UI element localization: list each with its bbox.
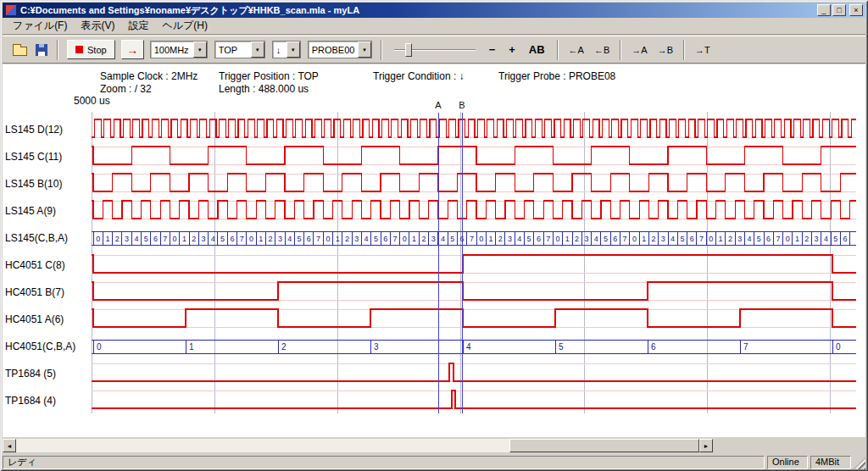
status-memory: 4MBit bbox=[810, 456, 851, 469]
chevron-down-icon[interactable]: ▼ bbox=[358, 42, 370, 58]
stop-label: Stop bbox=[87, 45, 107, 55]
waveform-panel: Sample Clock : 2MHz Trigger Position : T… bbox=[3, 64, 865, 437]
zoom-out-button[interactable]: − bbox=[484, 41, 501, 58]
trigger-probe-value: PROBE00 bbox=[309, 45, 359, 55]
time-scale-label: 5000 us bbox=[74, 95, 110, 107]
length-info: Length : 488.000 us bbox=[219, 83, 309, 95]
run-button[interactable]: → bbox=[121, 40, 144, 59]
toolbar-separator bbox=[620, 40, 621, 60]
scroll-right-arrow-icon[interactable]: ► bbox=[699, 439, 713, 452]
toolbar: Stop → 100MHz ▼ TOP ▼ ↓ ▼ PROBE00 ▼ − + … bbox=[3, 36, 865, 64]
status-online: Online bbox=[767, 456, 808, 469]
zoom-in-button[interactable]: + bbox=[504, 41, 520, 58]
app-icon bbox=[5, 4, 17, 16]
trigger-position-select[interactable]: TOP ▼ bbox=[214, 41, 265, 58]
chevron-down-icon[interactable]: ▼ bbox=[287, 42, 300, 58]
menu-view[interactable]: 表示(V) bbox=[74, 17, 121, 35]
zoom-info: Zoom : / 32 bbox=[100, 83, 152, 95]
sample-clock-select[interactable]: 100MHz ▼ bbox=[150, 41, 208, 58]
stop-icon bbox=[75, 46, 83, 53]
chevron-down-icon[interactable]: ▼ bbox=[193, 42, 207, 58]
statusbar: レディ Online 4MBit bbox=[3, 456, 865, 469]
open-button[interactable] bbox=[9, 40, 31, 60]
toolbar-separator bbox=[381, 40, 382, 60]
open-folder-icon bbox=[13, 47, 27, 56]
horizontal-scrollbar[interactable]: ◄ ► bbox=[3, 439, 713, 452]
minimize-button[interactable]: _ bbox=[817, 4, 831, 16]
zoom-slider[interactable] bbox=[394, 42, 476, 58]
scroll-left-arrow-icon[interactable]: ◄ bbox=[3, 439, 16, 452]
window-buttons: _ □ × bbox=[817, 4, 863, 16]
toolbar-separator bbox=[683, 40, 685, 60]
menu-help[interactable]: ヘルプ(H) bbox=[155, 17, 214, 35]
toolbar-separator bbox=[557, 40, 559, 60]
toolbar-separator bbox=[57, 40, 58, 60]
trigger-position-info: Trigger Position : TOP bbox=[219, 70, 319, 82]
menu-file[interactable]: ファイル(F) bbox=[6, 17, 74, 35]
save-button[interactable] bbox=[31, 40, 52, 60]
goto-cursor-a-left-button[interactable]: ←A bbox=[565, 42, 587, 58]
close-button[interactable]: × bbox=[849, 4, 863, 16]
goto-cursor-a-right-button[interactable]: →A bbox=[628, 42, 650, 58]
trigger-probe-info: Trigger Probe : PROBE08 bbox=[498, 70, 615, 82]
scroll-band: ◄ ► bbox=[3, 437, 865, 455]
ab-button[interactable]: AB bbox=[524, 41, 550, 58]
trigger-condition-info: Trigger Condition : ↓ bbox=[373, 70, 465, 82]
trigger-edge-value: ↓ bbox=[273, 45, 285, 55]
menu-settings[interactable]: 設定 bbox=[121, 17, 155, 35]
trigger-probe-select[interactable]: PROBE00 ▼ bbox=[308, 41, 372, 58]
resize-grip[interactable] bbox=[854, 457, 865, 469]
trigger-edge-select[interactable]: ↓ ▼ bbox=[272, 41, 301, 58]
maximize-button[interactable]: □ bbox=[832, 4, 846, 16]
goto-trigger-button[interactable]: →T bbox=[692, 42, 714, 58]
sample-clock-info: Sample Clock : 2MHz bbox=[100, 70, 198, 82]
status-message: レディ bbox=[3, 456, 765, 469]
save-icon bbox=[36, 44, 47, 56]
menubar: ファイル(F) 表示(V) 設定 ヘルプ(H) bbox=[3, 18, 865, 35]
window-title: C:¥Documents and Settings¥noname¥デスクトップ¥… bbox=[20, 4, 817, 17]
app-window: C:¥Documents and Settings¥noname¥デスクトップ¥… bbox=[0, 0, 868, 471]
goto-cursor-b-right-button[interactable]: →B bbox=[654, 42, 676, 58]
zoom-slider-thumb[interactable] bbox=[405, 43, 412, 57]
scrollbar-thumb[interactable] bbox=[509, 439, 699, 452]
goto-cursor-b-left-button[interactable]: ←B bbox=[591, 42, 613, 58]
titlebar[interactable]: C:¥Documents and Settings¥noname¥デスクトップ¥… bbox=[3, 3, 865, 18]
sample-clock-value: 100MHz bbox=[151, 45, 192, 55]
stop-button[interactable]: Stop bbox=[67, 40, 115, 59]
chevron-down-icon[interactable]: ▼ bbox=[251, 42, 264, 58]
run-arrow-icon: → bbox=[126, 43, 138, 57]
trigger-position-value: TOP bbox=[215, 45, 241, 55]
